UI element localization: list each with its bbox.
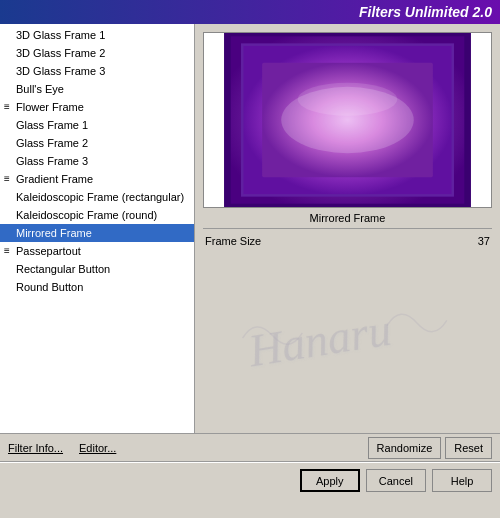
svg-point-4 xyxy=(298,83,397,116)
randomize-button[interactable]: Randomize xyxy=(368,437,442,459)
watermark-area: Hanaru xyxy=(203,251,492,425)
bottom-toolbar: Filter Info... Editor... Randomize Reset xyxy=(0,434,500,462)
watermark-text: Hanaru xyxy=(234,289,460,387)
group-icon: ≡ xyxy=(4,243,14,259)
preview-svg xyxy=(204,33,491,207)
filter-list: 3D Glass Frame 13D Glass Frame 23D Glass… xyxy=(0,26,194,296)
filter-item-3d-glass-3[interactable]: 3D Glass Frame 3 xyxy=(0,62,194,80)
main-content: 3D Glass Frame 13D Glass Frame 23D Glass… xyxy=(0,24,500,434)
preview-divider xyxy=(203,228,492,229)
filter-item-mirrored-frame[interactable]: Mirrored Frame xyxy=(0,224,194,242)
editor-link[interactable]: Editor... xyxy=(79,442,116,454)
filter-item-glass-frame-1[interactable]: Glass Frame 1 xyxy=(0,116,194,134)
help-button[interactable]: Help xyxy=(432,469,492,492)
filter-item-flower-frame[interactable]: ≡Flower Frame xyxy=(0,98,194,116)
preview-label: Mirrored Frame xyxy=(203,208,492,226)
filter-item-gradient-frame[interactable]: ≡Gradient Frame xyxy=(0,170,194,188)
watermark-svg: Hanaru xyxy=(234,289,459,378)
frame-size-value: 37 xyxy=(478,235,490,247)
group-icon: ≡ xyxy=(4,171,14,187)
filter-item-glass-frame-3[interactable]: Glass Frame 3 xyxy=(0,152,194,170)
filter-item-bulls-eye[interactable]: Bull's Eye xyxy=(0,80,194,98)
filter-item-round-button[interactable]: Round Button xyxy=(0,278,194,296)
preview-panel: Mirrored Frame Frame Size 37 Hanaru xyxy=(195,24,500,433)
title-label: Filters Unlimited 2.0 xyxy=(359,4,492,20)
frame-size-row: Frame Size 37 xyxy=(203,231,492,251)
svg-text:Hanaru: Hanaru xyxy=(244,303,394,376)
filter-item-3d-glass-1[interactable]: 3D Glass Frame 1 xyxy=(0,26,194,44)
frame-size-label: Frame Size xyxy=(205,235,261,247)
apply-button[interactable]: Apply xyxy=(300,469,360,492)
filter-list-panel[interactable]: 3D Glass Frame 13D Glass Frame 23D Glass… xyxy=(0,24,195,433)
preview-image-container xyxy=(203,32,492,208)
filter-item-passepartout[interactable]: ≡Passepartout xyxy=(0,242,194,260)
title-bar: Filters Unlimited 2.0 xyxy=(0,0,500,24)
filter-item-glass-frame-2[interactable]: Glass Frame 2 xyxy=(0,134,194,152)
button-row: Apply Cancel Help xyxy=(0,462,500,498)
group-icon: ≡ xyxy=(4,99,14,115)
filter-info-link[interactable]: Filter Info... xyxy=(8,442,63,454)
cancel-button[interactable]: Cancel xyxy=(366,469,426,492)
filter-item-3d-glass-2[interactable]: 3D Glass Frame 2 xyxy=(0,44,194,62)
filter-item-kaleido-round[interactable]: Kaleidoscopic Frame (round) xyxy=(0,206,194,224)
filter-item-rect-button[interactable]: Rectangular Button xyxy=(0,260,194,278)
reset-button[interactable]: Reset xyxy=(445,437,492,459)
filter-item-kaleido-rect[interactable]: Kaleidoscopic Frame (rectangular) xyxy=(0,188,194,206)
